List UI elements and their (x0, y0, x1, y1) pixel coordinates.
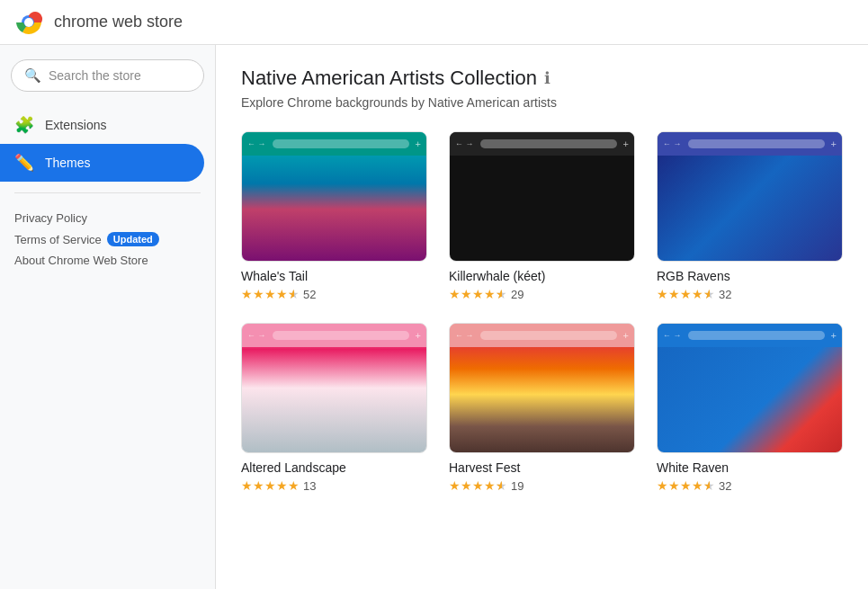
chrome-logo (14, 8, 43, 37)
star-full: ★ (449, 287, 461, 301)
url-bar (688, 331, 825, 340)
plus-icon: + (831, 330, 837, 341)
search-box[interactable]: 🔍 Search the store (11, 59, 204, 92)
star-full: ★ (668, 478, 680, 493)
plus-icon: + (623, 138, 629, 149)
theme-card-rgb-ravens[interactable]: ← → + RGB Ravens ★★★★★★ 32 (657, 131, 843, 301)
star-full: ★ (472, 478, 484, 493)
star-full: ★ (253, 287, 264, 301)
nav-arrows: ← → (247, 331, 266, 340)
theme-name: White Raven (657, 460, 843, 475)
nav-arrows: ← → (247, 139, 266, 148)
star-half: ★★ (703, 287, 715, 301)
theme-rating: ★★★★★★ 32 (657, 287, 843, 301)
puzzle-icon: 🧩 (14, 115, 34, 135)
url-bar (480, 331, 617, 340)
star-full: ★ (680, 478, 692, 493)
terms-link[interactable]: Terms of Service Updated (14, 232, 201, 246)
star-full: ★ (657, 478, 668, 493)
star-full: ★ (241, 478, 253, 493)
theme-thumbnail: ← → + (657, 131, 843, 262)
theme-rating: ★★★★★ 13 (241, 478, 427, 493)
star-full: ★ (264, 478, 276, 493)
star-full: ★ (484, 478, 496, 493)
nav-arrows: ← → (455, 331, 474, 340)
star-full: ★ (461, 478, 472, 493)
about-link[interactable]: About Chrome Web Store (14, 254, 201, 267)
plus-icon: + (623, 330, 629, 341)
star-full: ★ (288, 478, 300, 493)
sidebar-item-themes[interactable]: ✏️ Themes (0, 144, 204, 182)
plus-icon: + (416, 138, 421, 149)
star-full: ★ (241, 287, 253, 301)
url-bar (480, 139, 617, 148)
search-icon: 🔍 (24, 67, 41, 84)
privacy-policy-link[interactable]: Privacy Policy (14, 211, 201, 225)
star-full: ★ (668, 287, 680, 301)
theme-name: Altered Landscape (241, 460, 427, 475)
sidebar-item-themes-label: Themes (45, 156, 91, 170)
nav-arrows: ← → (455, 139, 474, 148)
rating-count: 29 (511, 288, 523, 301)
stars-container: ★★★★★★ (657, 287, 715, 301)
star-full: ★ (472, 287, 484, 301)
theme-thumbnail: ← → + (241, 131, 427, 262)
star-full: ★ (276, 287, 288, 301)
theme-name: Whale's Tail (241, 269, 427, 283)
theme-card-whales-tail[interactable]: ← → + Whale's Tail ★★★★★★ 52 (241, 131, 427, 301)
star-full: ★ (692, 478, 703, 493)
rating-count: 32 (719, 479, 731, 493)
star-full: ★ (484, 287, 496, 301)
theme-thumbnail: ← → + (449, 131, 635, 262)
stars-container: ★★★★★★ (449, 478, 507, 493)
theme-thumbnail: ← → + (241, 323, 427, 453)
sidebar: 🔍 Search the store 🧩 Extensions ✏️ Theme… (0, 45, 216, 589)
nav-arrows: ← → (663, 331, 682, 340)
star-half: ★★ (496, 478, 507, 493)
info-icon[interactable]: ℹ (544, 68, 550, 88)
theme-name: RGB Ravens (657, 269, 843, 283)
collection-title: Native American Artists Collection (241, 67, 537, 90)
theme-card-harvest-fest[interactable]: ← → + Harvest Fest ★★★★★★ 19 (449, 323, 635, 493)
plus-icon: + (416, 330, 421, 341)
star-half: ★★ (703, 478, 715, 493)
sidebar-item-extensions-label: Extensions (45, 118, 106, 132)
stars-container: ★★★★★★ (241, 287, 300, 301)
collection-header: Native American Artists Collection ℹ (241, 67, 843, 90)
star-half: ★★ (496, 287, 507, 301)
theme-rating: ★★★★★★ 29 (449, 287, 635, 301)
sidebar-item-extensions[interactable]: 🧩 Extensions (0, 106, 204, 144)
main-layout: 🔍 Search the store 🧩 Extensions ✏️ Theme… (0, 45, 868, 589)
brush-icon: ✏️ (14, 153, 34, 173)
star-full: ★ (461, 287, 472, 301)
rating-count: 13 (303, 479, 316, 493)
stars-container: ★★★★★★ (657, 478, 715, 493)
app-header: chrome web store (0, 0, 868, 45)
star-full: ★ (680, 287, 692, 301)
theme-name: Killerwhale (kéet) (449, 269, 635, 283)
stars-container: ★★★★★ (241, 478, 300, 493)
theme-card-altered-landscape[interactable]: ← → + Altered Landscape ★★★★★ 13 (241, 323, 427, 493)
app-title: chrome web store (54, 13, 183, 31)
theme-card-killerwhale[interactable]: ← → + Killerwhale (kéet) ★★★★★★ 29 (449, 131, 635, 301)
theme-rating: ★★★★★★ 32 (657, 478, 843, 493)
sidebar-footer: Privacy Policy Terms of Service Updated … (0, 204, 215, 274)
terms-label: Terms of Service (14, 233, 102, 246)
star-full: ★ (692, 287, 703, 301)
plus-icon: + (831, 138, 837, 149)
nav-arrows: ← → (663, 139, 682, 148)
collection-subtitle: Explore Chrome backgrounds by Native Ame… (241, 95, 843, 110)
star-half: ★★ (288, 287, 300, 301)
svg-point-1 (24, 18, 33, 27)
theme-card-white-raven[interactable]: ← → + White Raven ★★★★★★ 32 (657, 323, 843, 493)
search-placeholder: Search the store (49, 68, 141, 83)
star-full: ★ (657, 287, 668, 301)
main-content: Native American Artists Collection ℹ Exp… (216, 45, 868, 589)
sidebar-nav: 🧩 Extensions ✏️ Themes (0, 106, 215, 182)
star-full: ★ (449, 478, 461, 493)
theme-rating: ★★★★★★ 52 (241, 287, 427, 301)
updated-badge: Updated (107, 232, 159, 246)
themes-grid: ← → + Whale's Tail ★★★★★★ 52 ← → + Kille… (241, 131, 843, 493)
theme-name: Harvest Fest (449, 460, 635, 475)
star-full: ★ (253, 478, 264, 493)
